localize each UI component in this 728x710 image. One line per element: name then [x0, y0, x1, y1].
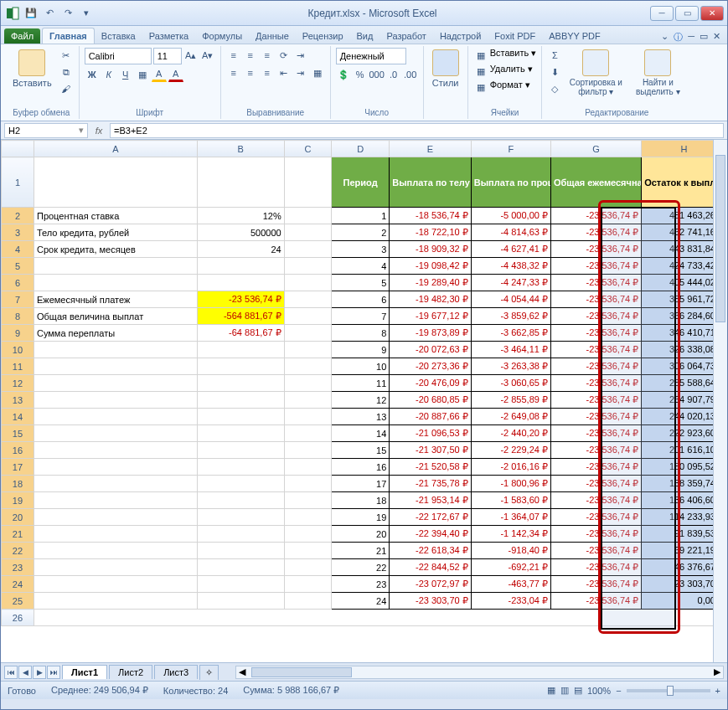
- row-header[interactable]: 2: [2, 208, 34, 224]
- copy-icon[interactable]: ⧉: [59, 64, 74, 80]
- first-sheet-icon[interactable]: ⏮: [4, 666, 18, 679]
- cell-A25[interactable]: [34, 593, 197, 610]
- cell-C13[interactable]: [284, 392, 331, 409]
- win-restore-icon[interactable]: ▭: [700, 31, 708, 44]
- row-header[interactable]: 24: [2, 576, 34, 593]
- shrink-font-icon[interactable]: A▾: [200, 48, 215, 63]
- cell-G10[interactable]: -23 536,74 ₽: [550, 342, 641, 358]
- cell-C23[interactable]: [284, 559, 331, 576]
- delete-button[interactable]: ▦Удалить ▾: [473, 64, 533, 79]
- cell-C7[interactable]: [284, 291, 331, 308]
- cell-G19[interactable]: -23 536,74 ₽: [550, 492, 641, 509]
- underline-icon[interactable]: Ч: [118, 67, 133, 82]
- align-bot-icon[interactable]: ≡: [260, 48, 275, 63]
- cell-G21[interactable]: -23 536,74 ₽: [550, 526, 641, 543]
- cell-A3[interactable]: Тело кредита, рублей: [34, 224, 197, 241]
- cell-A9[interactable]: Сумма переплаты: [34, 325, 197, 342]
- cell-C22[interactable]: [284, 543, 331, 559]
- cell-F4[interactable]: -4 627,41 ₽: [471, 241, 550, 258]
- row-header[interactable]: 12: [2, 375, 34, 392]
- cell-C3[interactable]: [284, 224, 331, 241]
- next-sheet-icon[interactable]: ▶: [33, 666, 46, 679]
- cell-A5[interactable]: [34, 258, 197, 275]
- cell-E19[interactable]: -21 953,14 ₽: [390, 492, 471, 509]
- dec-dec-icon[interactable]: .00: [403, 67, 418, 82]
- col-G[interactable]: G: [550, 141, 641, 157]
- name-box[interactable]: H2▾: [4, 123, 88, 138]
- hscroll-right-icon[interactable]: ▶: [711, 666, 723, 677]
- row-header[interactable]: 10: [2, 342, 34, 358]
- row-header[interactable]: 23: [2, 559, 34, 576]
- cell-B13[interactable]: [197, 392, 284, 409]
- grid[interactable]: A B C D E F G H 1 Период Выплата по телу…: [1, 140, 727, 662]
- cell-E11[interactable]: -20 273,36 ₽: [390, 358, 471, 375]
- fx-icon[interactable]: fx: [91, 126, 106, 136]
- tab-home[interactable]: Главная: [42, 28, 95, 44]
- cell-G5[interactable]: -23 536,74 ₽: [550, 258, 641, 275]
- cell-A16[interactable]: [34, 442, 197, 459]
- cell-F24[interactable]: -463,77 ₽: [471, 576, 550, 593]
- cell-A14[interactable]: [34, 409, 197, 425]
- cell-D7[interactable]: 6: [332, 291, 390, 308]
- cell-E13[interactable]: -20 680,85 ₽: [390, 392, 471, 409]
- row-header[interactable]: 19: [2, 492, 34, 509]
- sort-button[interactable]: Сортировка и фильтр ▾: [565, 48, 626, 98]
- cell-C11[interactable]: [284, 358, 331, 375]
- cell-E2[interactable]: -18 536,74 ₽: [390, 208, 471, 224]
- row-header[interactable]: 14: [2, 409, 34, 425]
- zoom-in-icon[interactable]: +: [715, 686, 720, 696]
- cell-E12[interactable]: -20 476,09 ₽: [390, 375, 471, 392]
- indent-dec-icon[interactable]: ⇤: [276, 65, 292, 80]
- cell-G20[interactable]: -23 536,74 ₽: [550, 509, 641, 526]
- format-painter-icon[interactable]: 🖌: [59, 81, 74, 96]
- cell-C19[interactable]: [284, 492, 331, 509]
- tab-foxit[interactable]: Foxit PDF: [488, 28, 542, 44]
- cell-G3[interactable]: -23 536,74 ₽: [550, 224, 641, 241]
- cell-B22[interactable]: [197, 543, 284, 559]
- row-header[interactable]: 4: [2, 241, 34, 258]
- row-header[interactable]: 15: [2, 425, 34, 442]
- cell-C8[interactable]: [284, 308, 331, 325]
- save-icon[interactable]: 💾: [23, 5, 39, 22]
- cell-D24[interactable]: 23: [332, 576, 390, 593]
- merge-icon[interactable]: ▦: [310, 65, 325, 80]
- cell-D25[interactable]: 24: [332, 593, 390, 610]
- cell-E6[interactable]: -19 289,40 ₽: [390, 275, 471, 291]
- cell-G13[interactable]: -23 536,74 ₽: [550, 392, 641, 409]
- cell-C24[interactable]: [284, 576, 331, 593]
- tab-addin[interactable]: Надстрой: [433, 28, 488, 44]
- zoom-slider[interactable]: [627, 689, 710, 692]
- help-icon[interactable]: ⓘ: [674, 31, 683, 44]
- cell-E18[interactable]: -21 735,78 ₽: [390, 476, 471, 492]
- cell-B24[interactable]: [197, 576, 284, 593]
- cell-A24[interactable]: [34, 576, 197, 593]
- cell-F13[interactable]: -2 855,89 ₽: [471, 392, 550, 409]
- tab-data[interactable]: Данные: [249, 28, 296, 44]
- cell-G8[interactable]: -23 536,74 ₽: [550, 308, 641, 325]
- cell-D14[interactable]: 13: [332, 409, 390, 425]
- cell-D17[interactable]: 16: [332, 459, 390, 476]
- col-F[interactable]: F: [471, 141, 550, 157]
- cell-C21[interactable]: [284, 526, 331, 543]
- cell-F9[interactable]: -3 662,85 ₽: [471, 325, 550, 342]
- tab-layout[interactable]: Разметка: [142, 28, 196, 44]
- cell-D8[interactable]: 7: [332, 308, 390, 325]
- cell-D12[interactable]: 11: [332, 375, 390, 392]
- cell-A21[interactable]: [34, 526, 197, 543]
- cell-B19[interactable]: [197, 492, 284, 509]
- row-header[interactable]: 3: [2, 224, 34, 241]
- sheet-tab-3[interactable]: Лист3: [154, 665, 198, 679]
- align-left-icon[interactable]: ≡: [226, 65, 241, 80]
- font-combo[interactable]: Calibri: [85, 48, 152, 64]
- cell-G9[interactable]: -23 536,74 ₽: [550, 325, 641, 342]
- row-header[interactable]: 20: [2, 509, 34, 526]
- cell-D5[interactable]: 4: [332, 258, 390, 275]
- cell-B11[interactable]: [197, 358, 284, 375]
- cell-B10[interactable]: [197, 342, 284, 358]
- cell-A8[interactable]: Общая величина выплат: [34, 308, 197, 325]
- row-header[interactable]: 26: [2, 610, 34, 626]
- maximize-button[interactable]: ▭: [675, 6, 699, 21]
- cell-A19[interactable]: [34, 492, 197, 509]
- cell-A6[interactable]: [34, 275, 197, 291]
- cell-C5[interactable]: [284, 258, 331, 275]
